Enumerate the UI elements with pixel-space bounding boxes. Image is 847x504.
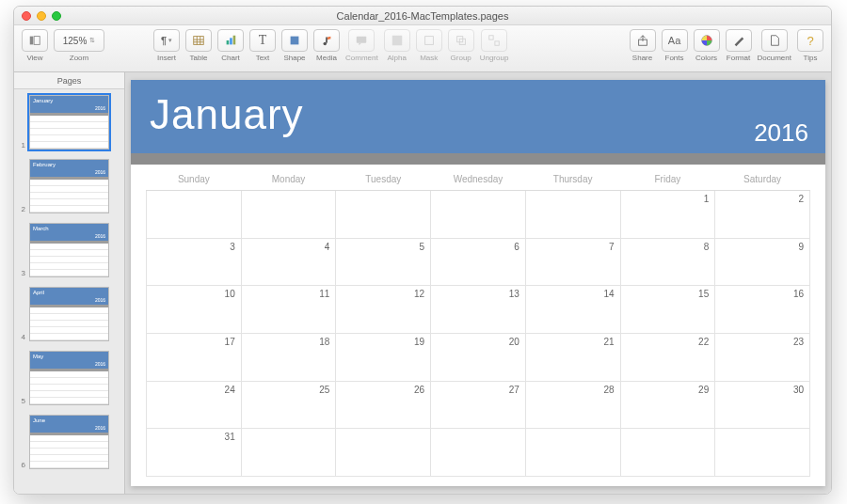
- day-cell[interactable]: 2: [715, 191, 810, 239]
- day-cell[interactable]: 27: [431, 381, 526, 429]
- thumb-row: 2 February2016: [18, 159, 120, 213]
- brush-icon: [732, 34, 745, 47]
- chevron-updown-icon: ⇅: [89, 37, 95, 44]
- zoom-select[interactable]: 125% ⇅: [54, 29, 104, 52]
- document-button[interactable]: [761, 29, 788, 52]
- table-button[interactable]: [185, 29, 212, 52]
- day-cell[interactable]: [431, 191, 526, 239]
- calendar-table[interactable]: Sunday Monday Tuesday Wednesday Thursday…: [146, 168, 810, 477]
- day-cell[interactable]: 31: [147, 429, 242, 477]
- thumb-number: 6: [18, 461, 25, 469]
- day-cell[interactable]: 18: [241, 333, 336, 381]
- page-sidebar: Pages 1 January2016 2 February2016: [14, 72, 125, 494]
- day-cell[interactable]: 5: [336, 238, 431, 286]
- day-cell[interactable]: 10: [147, 286, 242, 334]
- day-cell[interactable]: [715, 429, 810, 477]
- mask-button[interactable]: [416, 29, 442, 52]
- thumb-row: 5 May2016: [18, 351, 120, 405]
- day-cell[interactable]: [431, 429, 526, 477]
- alpha-group: Alpha: [384, 29, 410, 62]
- day-cell[interactable]: 15: [620, 286, 715, 334]
- chart-button[interactable]: [217, 29, 244, 52]
- page-thumbnail[interactable]: June2016: [29, 415, 109, 469]
- day-cell[interactable]: 6: [431, 238, 526, 286]
- day-cell[interactable]: 26: [336, 381, 431, 429]
- group-button[interactable]: [448, 29, 474, 52]
- day-cell[interactable]: 24: [147, 381, 242, 429]
- day-cell[interactable]: 17: [147, 333, 242, 381]
- day-cell[interactable]: 11: [241, 286, 336, 334]
- svg-rect-19: [495, 41, 499, 45]
- view-button[interactable]: [22, 29, 48, 52]
- editor-canvas[interactable]: January 2016 Sunday Monday Tuesday Wedne…: [125, 72, 831, 494]
- day-cell[interactable]: 4: [241, 238, 336, 286]
- thumb-month: May: [33, 354, 43, 359]
- fonts-button[interactable]: Aa: [662, 29, 688, 52]
- day-cell[interactable]: 19: [336, 333, 431, 381]
- page-thumbnail[interactable]: March2016: [29, 223, 109, 277]
- thumb-number: 4: [18, 333, 25, 341]
- page-thumbnail[interactable]: April2016: [29, 287, 109, 341]
- day-cell[interactable]: 3: [147, 238, 242, 286]
- day-cell[interactable]: [241, 429, 336, 477]
- thumb-number: 5: [18, 397, 25, 405]
- insert-button[interactable]: ¶ ▾: [153, 29, 180, 52]
- day-cell[interactable]: 1: [620, 191, 715, 239]
- format-label: Format: [727, 54, 750, 62]
- day-cell[interactable]: 23: [715, 333, 810, 381]
- year-label[interactable]: 2016: [754, 118, 808, 148]
- day-cell[interactable]: 21: [525, 333, 620, 381]
- day-cell[interactable]: 25: [241, 381, 336, 429]
- day-cell[interactable]: [241, 191, 336, 239]
- media-button[interactable]: [313, 29, 340, 52]
- comment-icon: [355, 34, 368, 47]
- ungroup-icon: [487, 34, 501, 47]
- day-cell[interactable]: 20: [431, 333, 526, 381]
- insert-group: ¶ ▾ Insert: [153, 29, 180, 62]
- page-thumbnail[interactable]: January2016: [29, 95, 109, 150]
- media-group: Media: [313, 29, 340, 62]
- day-cell[interactable]: [525, 191, 620, 239]
- page-thumbnail[interactable]: May2016: [29, 351, 109, 405]
- svg-rect-14: [392, 36, 402, 46]
- text-button[interactable]: T: [249, 29, 276, 52]
- alpha-button[interactable]: [384, 29, 410, 52]
- day-cell[interactable]: 13: [431, 286, 526, 334]
- day-cell[interactable]: 29: [620, 381, 715, 429]
- day-header: Tuesday: [336, 168, 431, 191]
- format-button[interactable]: [726, 29, 752, 52]
- day-cell[interactable]: [525, 429, 620, 477]
- fullscreen-icon[interactable]: [52, 11, 61, 21]
- day-cell[interactable]: [336, 429, 431, 477]
- text-group: T Text: [249, 29, 276, 62]
- mask-icon: [423, 34, 436, 47]
- day-cell[interactable]: 14: [525, 286, 620, 334]
- thumb-row: 4 April2016: [18, 287, 120, 341]
- day-cell[interactable]: 8: [620, 238, 715, 286]
- day-cell[interactable]: 30: [715, 381, 810, 429]
- document-icon: [768, 34, 781, 47]
- day-cell[interactable]: 22: [620, 333, 715, 381]
- day-cell[interactable]: 16: [715, 286, 810, 334]
- month-title[interactable]: January: [150, 91, 807, 138]
- shape-group: Shape: [281, 29, 308, 62]
- minimize-icon[interactable]: [37, 11, 46, 21]
- day-cell[interactable]: [147, 191, 242, 239]
- colors-button[interactable]: [694, 29, 720, 52]
- document-page[interactable]: January 2016 Sunday Monday Tuesday Wedne…: [131, 80, 825, 486]
- day-cell[interactable]: 9: [715, 238, 810, 286]
- ungroup-button[interactable]: [481, 29, 507, 52]
- day-cell[interactable]: 7: [525, 238, 620, 286]
- comment-button[interactable]: [348, 29, 375, 52]
- day-cell[interactable]: [336, 191, 431, 239]
- share-label: Share: [632, 54, 652, 62]
- day-cell[interactable]: [620, 429, 715, 477]
- shape-button[interactable]: [281, 29, 308, 52]
- day-cell[interactable]: 12: [336, 286, 431, 334]
- close-icon[interactable]: [22, 11, 31, 21]
- month-banner: January 2016: [131, 80, 825, 153]
- page-thumbnail[interactable]: February2016: [29, 159, 109, 213]
- day-cell[interactable]: 28: [525, 381, 620, 429]
- share-button[interactable]: [630, 29, 656, 52]
- tips-button[interactable]: ?: [797, 29, 823, 52]
